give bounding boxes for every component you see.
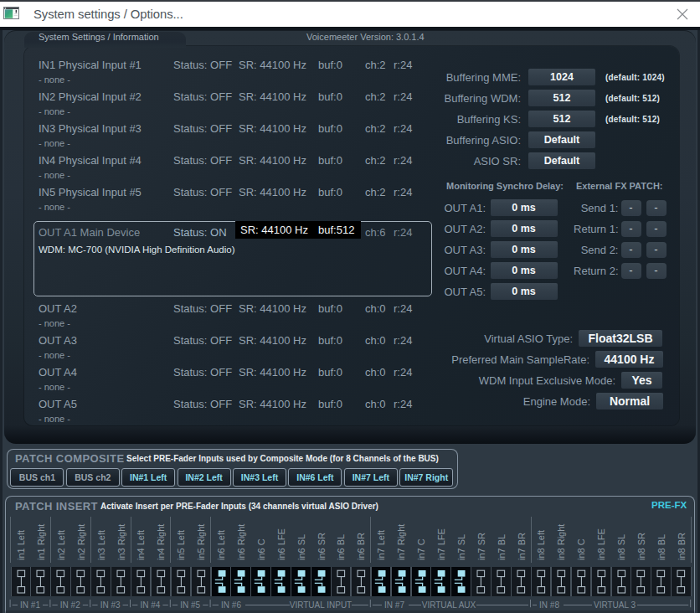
svg-text:IN #6: IN #6	[221, 600, 241, 610]
svg-text:IN #3: IN #3	[100, 600, 121, 610]
svg-text:IN #5: IN #5	[180, 600, 200, 610]
svg-text:VIRTUAL AUX: VIRTUAL AUX	[422, 600, 476, 610]
svg-text:VIRTUAL 3: VIRTUAL 3	[594, 600, 636, 610]
svg-text:VIRTUAL INPUT: VIRTUAL INPUT	[290, 600, 352, 610]
svg-text:IN #8: IN #8	[539, 600, 559, 610]
svg-text:IN #7: IN #7	[384, 600, 404, 610]
svg-text:IN #4: IN #4	[140, 600, 160, 610]
svg-text:IN #2: IN #2	[60, 600, 80, 610]
svg-text:IN #1: IN #1	[20, 600, 40, 610]
